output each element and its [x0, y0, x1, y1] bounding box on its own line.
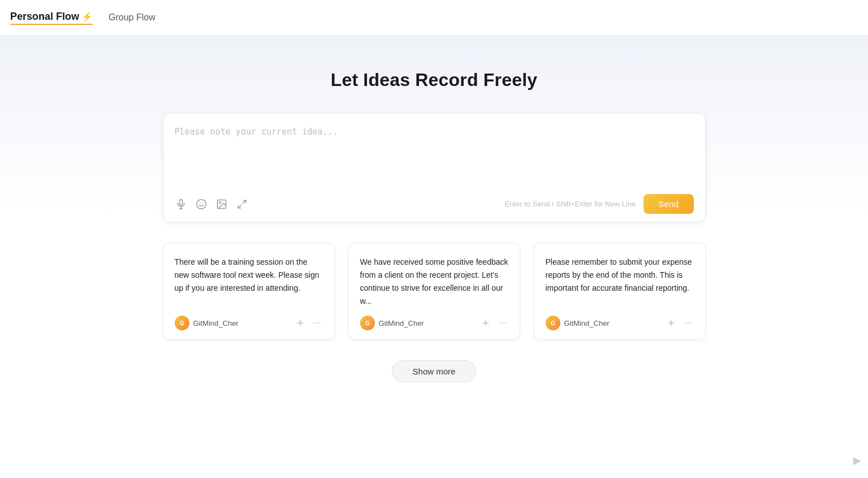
svg-point-7 [219, 201, 221, 203]
card-more-button[interactable] [497, 317, 508, 329]
input-footer: Enter to Send / Shift+Enter for New Line… [175, 194, 694, 214]
svg-rect-0 [179, 199, 182, 205]
avatar: G [546, 316, 560, 330]
svg-point-15 [317, 322, 318, 324]
group-flow-label: Group Flow [109, 12, 156, 22]
svg-point-16 [319, 322, 320, 324]
nav-group-flow[interactable]: Group Flow [109, 12, 156, 23]
card-username: GitMind_Cher [193, 319, 239, 328]
svg-point-14 [314, 322, 315, 324]
input-icons-group [175, 198, 248, 210]
card-actions [480, 317, 508, 329]
card-footer: G GitMind_Cher [546, 316, 694, 330]
avatar: G [175, 316, 189, 330]
svg-point-30 [690, 322, 691, 324]
card-footer: G GitMind_Cher [175, 316, 323, 330]
svg-point-3 [196, 199, 206, 209]
scroll-indicator: ▶ [853, 454, 861, 467]
svg-line-8 [243, 200, 245, 203]
idea-textarea[interactable] [175, 125, 694, 187]
svg-point-23 [504, 322, 506, 324]
cards-row: There will be a training session on the … [163, 243, 706, 340]
image-icon[interactable] [215, 198, 228, 210]
input-hint: Enter to Send / Shift+Enter for New Line [505, 200, 636, 208]
nav-bar: Personal Flow ⚡ Group Flow [0, 0, 868, 36]
idea-card: Please remember to submit your expense r… [534, 243, 706, 340]
nav-personal-flow[interactable]: Personal Flow ⚡ [10, 11, 93, 25]
svg-point-29 [688, 322, 689, 324]
main-content: Let Ideas Record Freely [0, 36, 868, 478]
card-add-button[interactable] [295, 317, 306, 329]
card-text: Please remember to submit your expense r… [546, 256, 694, 308]
personal-flow-label: Personal Flow [10, 11, 79, 23]
emoji-icon[interactable] [195, 198, 208, 210]
idea-input-card: Enter to Send / Shift+Enter for New Line… [163, 113, 706, 222]
expand-icon[interactable] [236, 198, 248, 210]
input-right-group: Enter to Send / Shift+Enter for New Line… [505, 194, 694, 214]
idea-card: We have received some positive feedback … [348, 243, 520, 340]
avatar: G [360, 316, 375, 330]
card-actions [295, 317, 323, 329]
card-add-button[interactable] [480, 317, 491, 329]
card-add-button[interactable] [666, 317, 677, 329]
page-headline: Let Ideas Record Freely [331, 70, 538, 91]
svg-text:G: G [365, 320, 370, 326]
idea-card: There will be a training session on the … [163, 243, 335, 340]
show-more-button[interactable]: Show more [392, 360, 477, 382]
svg-text:G: G [180, 320, 184, 326]
card-text: We have received some positive feedback … [360, 256, 508, 308]
card-user: G GitMind_Cher [175, 316, 239, 330]
card-more-button[interactable] [683, 317, 694, 329]
card-text: There will be a training session on the … [175, 256, 323, 308]
svg-line-9 [238, 205, 241, 208]
send-button[interactable]: Send [644, 194, 693, 214]
card-username: GitMind_Cher [379, 319, 424, 328]
lightning-icon: ⚡ [81, 11, 93, 22]
card-user: G GitMind_Cher [546, 316, 610, 330]
svg-point-28 [685, 322, 686, 324]
card-user: G GitMind_Cher [360, 316, 424, 330]
card-more-button[interactable] [312, 317, 323, 329]
card-footer: G GitMind_Cher [360, 316, 508, 330]
svg-point-21 [499, 322, 500, 324]
mic-icon[interactable] [175, 198, 187, 210]
svg-text:G: G [551, 320, 555, 326]
card-actions [666, 317, 694, 329]
svg-point-22 [502, 322, 503, 324]
card-username: GitMind_Cher [564, 319, 610, 328]
